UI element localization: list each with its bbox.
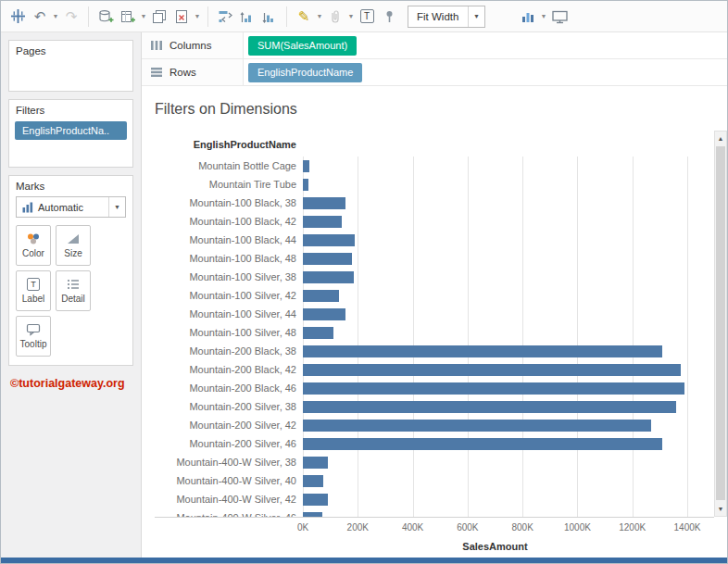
bar[interactable] bbox=[303, 494, 328, 506]
bar[interactable] bbox=[303, 401, 676, 413]
bar[interactable] bbox=[303, 438, 662, 450]
columns-pill[interactable]: SUM(SalesAmount) bbox=[248, 36, 357, 56]
show-me-button[interactable] bbox=[517, 5, 539, 29]
rows-pill[interactable]: EnglishProductName bbox=[248, 63, 362, 82]
body: Pages Filters EnglishProductNa.. Marks bbox=[1, 32, 727, 558]
format-links-caret-icon[interactable]: ▼ bbox=[346, 5, 356, 29]
bar[interactable] bbox=[303, 160, 309, 172]
bar-track bbox=[303, 508, 714, 517]
bar[interactable] bbox=[303, 327, 333, 339]
highlight-button[interactable]: ✎ bbox=[293, 5, 315, 29]
fix-axes-button[interactable] bbox=[378, 5, 400, 29]
scroll-down-icon[interactable]: ▼ bbox=[715, 502, 726, 516]
chart-row: Mountain-400-W Silver, 42 bbox=[155, 490, 714, 508]
label-label: Label bbox=[22, 294, 44, 304]
bar[interactable] bbox=[303, 179, 308, 191]
pages-shelf[interactable]: Pages bbox=[8, 40, 133, 92]
category-label: Mountain-100 Silver, 38 bbox=[155, 271, 303, 282]
rows-shelf-track[interactable]: EnglishProductName bbox=[244, 59, 727, 85]
mark-type-dropdown[interactable]: Automatic ▼ bbox=[16, 196, 126, 218]
axis-tick-label: 1400K bbox=[674, 522, 701, 533]
fit-selector[interactable]: Fit Width ▼ bbox=[408, 6, 485, 28]
fit-selector-caret-icon[interactable]: ▼ bbox=[468, 6, 484, 27]
bar[interactable] bbox=[303, 290, 339, 302]
sort-descending-button[interactable] bbox=[258, 5, 281, 29]
category-label: Mountain-100 Black, 38 bbox=[155, 197, 303, 208]
bar[interactable] bbox=[303, 457, 328, 469]
label-button[interactable]: T Label bbox=[16, 270, 51, 311]
bar-track bbox=[303, 268, 714, 286]
chart-row: Mountain-200 Silver, 46 bbox=[155, 434, 714, 453]
filters-shelf[interactable]: Filters EnglishProductNa.. bbox=[8, 99, 133, 168]
color-icon bbox=[26, 232, 41, 245]
category-label: Mountain-100 Black, 44 bbox=[155, 234, 303, 245]
clear-sheet-button[interactable] bbox=[170, 5, 193, 29]
sort-ascending-button[interactable] bbox=[236, 5, 258, 29]
category-label: Mountain-100 Silver, 44 bbox=[155, 308, 303, 320]
swap-axes-button[interactable] bbox=[214, 5, 236, 29]
bar[interactable] bbox=[303, 420, 651, 432]
chart-row: Mountain-100 Black, 44 bbox=[155, 231, 714, 249]
pages-label: Pages bbox=[9, 41, 132, 59]
filter-pill[interactable]: EnglishProductNa.. bbox=[15, 121, 127, 140]
fit-selector-value: Fit Width bbox=[408, 11, 468, 22]
tooltip-button[interactable]: Tooltip bbox=[16, 316, 51, 357]
category-label: Mountain-100 Black, 42 bbox=[155, 216, 303, 227]
category-label: Mountain Tire Tube bbox=[155, 179, 303, 190]
bar[interactable] bbox=[303, 308, 345, 320]
bar-track bbox=[303, 416, 714, 434]
show-me-caret-icon[interactable]: ▼ bbox=[539, 5, 548, 29]
show-mark-labels-button[interactable]: T bbox=[356, 5, 378, 29]
clear-sheet-caret-icon[interactable]: ▼ bbox=[193, 5, 202, 29]
color-button[interactable]: Color bbox=[16, 225, 51, 266]
rows-shelf: Rows EnglishProductName bbox=[142, 59, 727, 86]
detail-icon bbox=[66, 278, 81, 291]
axis-tick-label: 800K bbox=[511, 522, 533, 533]
presentation-mode-button[interactable] bbox=[548, 5, 571, 29]
undo-caret-icon[interactable]: ▼ bbox=[51, 5, 60, 29]
redo-button[interactable]: ↷ bbox=[60, 5, 82, 29]
category-label: Mountain-100 Black, 48 bbox=[155, 253, 303, 264]
chart-row: Mountain-100 Silver, 44 bbox=[155, 305, 714, 323]
category-label: Mountain-200 Silver, 38 bbox=[155, 401, 303, 412]
tableau-logo-icon[interactable] bbox=[6, 5, 29, 29]
bar[interactable] bbox=[303, 475, 323, 487]
bar-track bbox=[303, 397, 714, 416]
scroll-up-icon[interactable]: ▲ bbox=[715, 132, 726, 145]
bar[interactable] bbox=[303, 364, 681, 376]
duplicate-sheet-button[interactable] bbox=[148, 5, 170, 29]
mark-type-caret-icon[interactable]: ▼ bbox=[108, 197, 125, 217]
worksheet: Filters on Dimensions EnglishProductName… bbox=[142, 86, 727, 558]
format-links-button[interactable] bbox=[324, 5, 346, 29]
size-button[interactable]: Size bbox=[56, 225, 91, 266]
scrollbar-thumb[interactable] bbox=[716, 146, 725, 500]
vertical-scrollbar[interactable]: ▲ ▼ bbox=[714, 131, 727, 517]
label-icon: T bbox=[27, 278, 40, 291]
detail-button[interactable]: Detail bbox=[56, 270, 91, 311]
bar[interactable] bbox=[303, 253, 352, 265]
bar[interactable] bbox=[303, 382, 684, 395]
bar[interactable] bbox=[303, 271, 354, 283]
bar-track bbox=[303, 471, 714, 490]
bar[interactable] bbox=[303, 216, 342, 228]
bar-track bbox=[303, 490, 714, 508]
bar[interactable] bbox=[303, 234, 355, 246]
category-label: Mountain-200 Silver, 46 bbox=[155, 438, 303, 449]
bar[interactable] bbox=[303, 197, 345, 209]
bar-track bbox=[303, 434, 714, 453]
new-data-source-button[interactable] bbox=[94, 5, 117, 29]
columns-icon bbox=[150, 40, 163, 51]
undo-button[interactable]: ↶ bbox=[29, 5, 51, 29]
new-worksheet-button[interactable] bbox=[117, 5, 139, 29]
chart-area: EnglishProductName Mountain Bottle CageM… bbox=[142, 131, 727, 517]
chart-row: Mountain-100 Black, 48 bbox=[155, 249, 714, 268]
columns-shelf-track[interactable]: SUM(SalesAmount) bbox=[244, 32, 727, 58]
highlight-caret-icon[interactable]: ▼ bbox=[315, 5, 324, 29]
bar-track bbox=[303, 379, 714, 397]
columns-label-text: Columns bbox=[169, 40, 211, 51]
bar[interactable] bbox=[303, 345, 662, 357]
tooltip-icon bbox=[26, 323, 41, 336]
new-worksheet-caret-icon[interactable]: ▼ bbox=[139, 5, 148, 29]
sheet-title: Filters on Dimensions bbox=[142, 86, 727, 131]
category-label: Mountain-200 Black, 38 bbox=[155, 345, 303, 357]
